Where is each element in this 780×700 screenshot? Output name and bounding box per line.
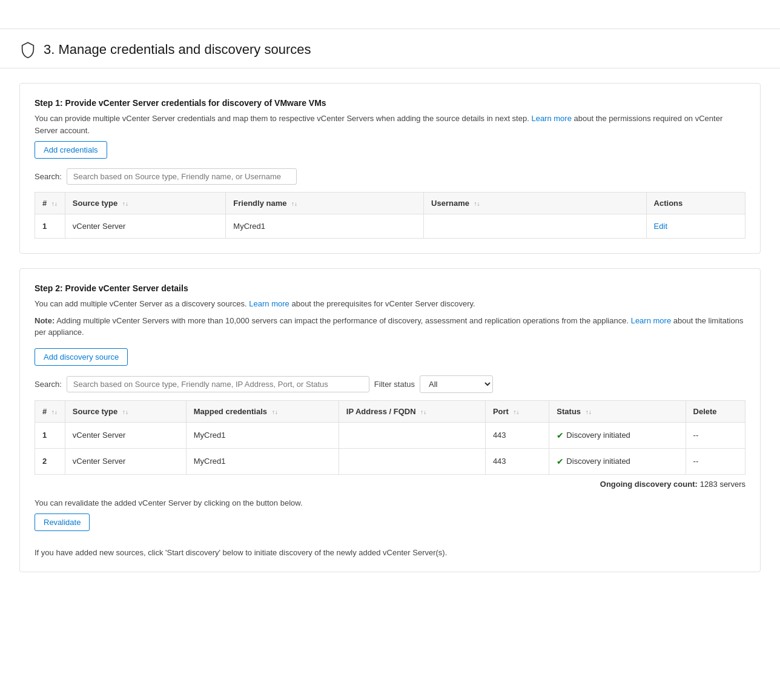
- sort-icon2-port[interactable]: ↑↓: [514, 409, 520, 415]
- check-icon: ✔: [557, 431, 564, 440]
- cell2-mapped-creds: MyCred1: [186, 448, 339, 474]
- step2-search-input[interactable]: [67, 376, 369, 392]
- step1-table: # ↑↓ Source type ↑↓ Friendly name ↑↓ U: [35, 192, 745, 239]
- col2-source-type: Source type ↑↓: [65, 400, 186, 422]
- col2-ip-fqdn: IP Address / FQDN ↑↓: [339, 400, 485, 422]
- col-num: # ↑↓: [35, 193, 65, 214]
- step1-learn-more-link[interactable]: Learn more: [531, 114, 571, 123]
- cell2-num: 1: [35, 422, 65, 448]
- table-row: 1 vCenter Server MyCred1 Edit: [35, 214, 745, 239]
- cell-friendly-name: MyCred1: [226, 214, 424, 239]
- cell-num: 1: [35, 214, 65, 239]
- table-row: 2 vCenter Server MyCred1 443 ✔ Discovery…: [35, 448, 745, 474]
- sort-icon-username[interactable]: ↑↓: [474, 200, 480, 207]
- step2-note: Note: Adding multiple vCenter Servers wi…: [35, 315, 745, 338]
- cell2-delete: --: [686, 448, 745, 474]
- col2-mapped-creds: Mapped credentials ↑↓: [186, 400, 339, 422]
- step1-title: Step 1: Provide vCenter Server credentia…: [35, 98, 745, 108]
- cell2-status: ✔ Discovery initiated: [549, 422, 686, 448]
- col-username: Username ↑↓: [424, 193, 647, 214]
- sort-icon2-status[interactable]: ↑↓: [586, 409, 592, 415]
- col-friendly-name: Friendly name ↑↓: [226, 193, 424, 214]
- sort-icon-source-type[interactable]: ↑↓: [122, 200, 128, 207]
- shield-icon: [19, 41, 36, 58]
- cell2-mapped-creds: MyCred1: [186, 422, 339, 448]
- cell2-source-type: vCenter Server: [65, 422, 186, 448]
- check-icon: ✔: [557, 457, 564, 466]
- step2-search-row: Search: Filter status All Connected Disc…: [35, 375, 745, 393]
- sort-icon2-mapped-creds[interactable]: ↑↓: [272, 409, 278, 415]
- add-discovery-source-button[interactable]: Add discovery source: [35, 348, 128, 366]
- edit-link[interactable]: Edit: [654, 222, 667, 231]
- sort-icon-friendly-name[interactable]: ↑↓: [291, 200, 297, 207]
- final-note: If you have added new sources, click 'St…: [35, 548, 745, 557]
- step2-desc1: You can add multiple vCenter Server as a…: [35, 298, 745, 310]
- col2-delete: Delete: [686, 400, 745, 422]
- filter-status-select[interactable]: All Connected Disconnected Pending: [420, 375, 493, 393]
- step1-desc: You can provide multiple vCenter Server …: [35, 113, 745, 136]
- step2-title: Step 2: Provide vCenter Server details: [35, 283, 745, 293]
- cell2-port: 443: [485, 422, 549, 448]
- ongoing-discovery-row: Ongoing discovery count: 1283 servers: [35, 475, 745, 491]
- filter-status-label: Filter status: [374, 380, 415, 389]
- cell-username: [424, 214, 647, 239]
- add-credentials-button[interactable]: Add credentials: [35, 141, 107, 159]
- col2-port: Port ↑↓: [485, 400, 549, 422]
- step1-search-input[interactable]: [67, 168, 297, 185]
- col2-num: # ↑↓: [35, 400, 65, 422]
- col2-status: Status ↑↓: [549, 400, 686, 422]
- sort-icon2-num[interactable]: ↑↓: [51, 409, 58, 415]
- revalidate-section: You can revalidate the added vCenter Ser…: [35, 498, 745, 557]
- page-header: 3. Manage credentials and discovery sour…: [0, 29, 780, 68]
- cell-source-type: vCenter Server: [65, 214, 225, 239]
- ongoing-label: Ongoing discovery count:: [600, 480, 698, 489]
- cell2-ip-fqdn: [339, 448, 485, 474]
- table-row: 1 vCenter Server MyCred1 443 ✔ Discovery…: [35, 422, 745, 448]
- step2-learn-more-link2[interactable]: Learn more: [631, 316, 671, 325]
- sort-icon2-source-type[interactable]: ↑↓: [122, 409, 128, 415]
- step2-learn-more-link1[interactable]: Learn more: [249, 299, 289, 308]
- step1-search-row: Search:: [35, 168, 745, 185]
- ongoing-value: 1283 servers: [700, 480, 745, 489]
- step2-card: Step 2: Provide vCenter Server details Y…: [19, 268, 761, 572]
- cell2-delete: --: [686, 422, 745, 448]
- cell2-ip-fqdn: [339, 422, 485, 448]
- cell-action: Edit: [646, 214, 745, 239]
- step2-search-label: Search:: [35, 380, 62, 389]
- cell2-num: 2: [35, 448, 65, 474]
- sort-icon2-ip-fqdn[interactable]: ↑↓: [420, 409, 426, 415]
- sort-icon-num[interactable]: ↑↓: [51, 200, 58, 207]
- step2-table: # ↑↓ Source type ↑↓ Mapped credentials ↑…: [35, 400, 745, 475]
- revalidate-button[interactable]: Revalidate: [35, 513, 90, 531]
- revalidate-desc: You can revalidate the added vCenter Ser…: [35, 498, 745, 507]
- page-title: 3. Manage credentials and discovery sour…: [44, 42, 311, 58]
- step1-card: Step 1: Provide vCenter Server credentia…: [19, 83, 761, 254]
- cell2-status: ✔ Discovery initiated: [549, 448, 686, 474]
- col-actions: Actions: [646, 193, 745, 214]
- cell2-port: 443: [485, 448, 549, 474]
- cell2-source-type: vCenter Server: [65, 448, 186, 474]
- col-source-type: Source type ↑↓: [65, 193, 225, 214]
- step1-search-label: Search:: [35, 172, 62, 181]
